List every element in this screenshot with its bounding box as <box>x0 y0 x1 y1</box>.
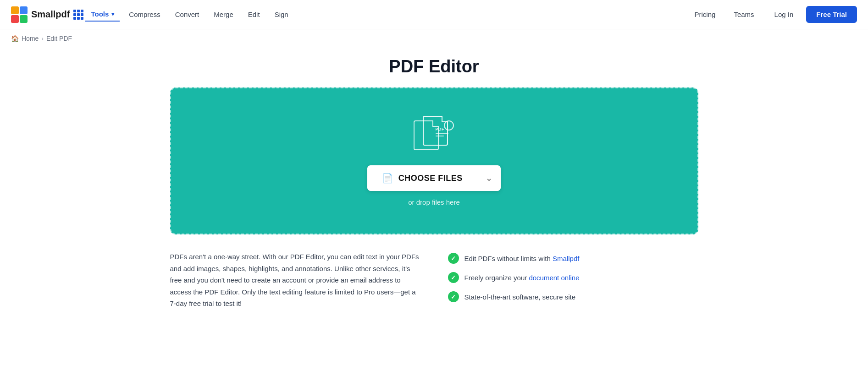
upload-dropzone[interactable]: PDF 📄 CHOOSE FILES ⌄ or drop files here <box>170 87 698 234</box>
logo-text: Smallpdf <box>31 9 70 20</box>
logo[interactable]: Smallpdf <box>11 6 70 23</box>
breadcrumb-home[interactable]: Home <box>22 35 39 42</box>
pdf-illustration: PDF <box>414 116 455 152</box>
pdf-label-text: PDF <box>436 127 445 131</box>
check-icon-1: ✓ <box>448 253 459 264</box>
tools-chevron-icon: ▾ <box>111 11 114 17</box>
pdf-chart-icon <box>444 120 454 131</box>
check-icon-2: ✓ <box>448 272 459 283</box>
choose-files-row: 📄 CHOOSE FILES ⌄ <box>367 165 501 191</box>
svg-rect-2 <box>11 15 19 23</box>
breadcrumb-current: Edit PDF <box>46 35 72 42</box>
sign-nav-link[interactable]: Sign <box>267 8 296 21</box>
smallpdf-link[interactable]: Smallpdf <box>553 255 579 262</box>
dropdown-chevron-icon: ⌄ <box>486 173 492 183</box>
document-link[interactable]: document online <box>529 274 579 282</box>
pdf-lines <box>436 133 448 136</box>
pricing-nav-link[interactable]: Pricing <box>687 8 723 21</box>
teams-nav-link[interactable]: Teams <box>726 8 761 21</box>
pdf-line-2 <box>436 136 444 136</box>
nav-right: Pricing Teams Log In Free Trial <box>687 6 857 23</box>
page-title: PDF Editor <box>170 57 698 76</box>
feature-text-1: Edit PDFs without limits with Smallpdf <box>464 255 580 262</box>
header: Smallpdf Tools ▾ Compress Convert Merge … <box>0 0 868 29</box>
edit-nav-link[interactable]: Edit <box>241 8 267 21</box>
feature-item-2: ✓ Freely organize your document online <box>448 272 698 283</box>
breadcrumb-separator: › <box>41 35 44 42</box>
feature-text-3: State-of-the-art software, secure site <box>464 293 576 301</box>
file-upload-icon: 📄 <box>382 173 394 184</box>
pdf-doc-main: PDF <box>423 116 448 146</box>
check-icon-3: ✓ <box>448 291 459 302</box>
description-text: PDFs aren't a one-way street. With our P… <box>170 251 420 310</box>
feature-item-3: ✓ State-of-the-art software, secure site <box>448 291 698 302</box>
feature-text-2: Freely organize your document online <box>464 274 580 282</box>
grid-icon-wrap <box>73 10 83 20</box>
home-icon: 🏠 <box>11 35 19 42</box>
drop-text: or drop files here <box>408 198 460 206</box>
convert-nav-link[interactable]: Convert <box>168 8 207 21</box>
free-trial-button[interactable]: Free Trial <box>806 6 857 23</box>
feature-item-1: ✓ Edit PDFs without limits with Smallpdf <box>448 253 698 264</box>
logo-icon <box>11 6 28 23</box>
breadcrumb: 🏠 Home › Edit PDF <box>0 29 868 48</box>
compress-nav-link[interactable]: Compress <box>122 8 167 21</box>
choose-files-button[interactable]: 📄 CHOOSE FILES <box>367 165 477 191</box>
login-button[interactable]: Log In <box>765 7 803 22</box>
tools-nav-button[interactable]: Tools ▾ <box>85 7 120 22</box>
features-list: ✓ Edit PDFs without limits with Smallpdf… <box>448 251 698 302</box>
svg-rect-1 <box>20 6 28 14</box>
merge-nav-link[interactable]: Merge <box>206 8 241 21</box>
svg-rect-3 <box>20 15 28 23</box>
choose-files-dropdown-button[interactable]: ⌄ <box>477 165 501 191</box>
svg-rect-0 <box>11 6 19 14</box>
main-content: PDF Editor PDF 📄 CHOOSE FILES ⌄ <box>159 48 709 328</box>
apps-grid-icon <box>73 10 83 20</box>
pdf-line-1 <box>436 133 448 134</box>
bottom-section: PDFs aren't a one-way street. With our P… <box>170 251 698 310</box>
